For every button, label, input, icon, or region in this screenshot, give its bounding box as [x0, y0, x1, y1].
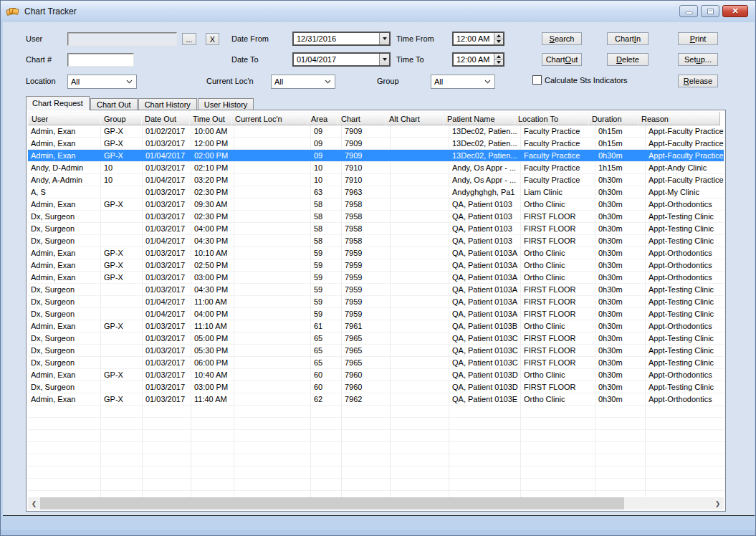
table-row[interactable]: Dx, Surgeon01/03/201705:30 PM657965QA, P…: [28, 345, 724, 357]
calc-sts-checkbox[interactable]: Calculate Sts Indicators: [532, 75, 628, 85]
cell: QA, Patient 0103A: [449, 296, 521, 307]
cell: Appt-Testing Clinic: [646, 357, 726, 368]
up-arrow-icon: [497, 34, 501, 37]
table-row[interactable]: Admin, ExanGP-X01/03/201712:00 PM0979091…: [28, 138, 724, 150]
tab-chart-out[interactable]: Chart Out: [90, 98, 138, 110]
user-browse-button[interactable]: ...: [182, 33, 196, 45]
table-row[interactable]: Admin, ExanGP-X01/03/201709:30 AM587958Q…: [28, 198, 724, 211]
location-combo[interactable]: All: [67, 75, 137, 89]
empty-column: [646, 406, 726, 497]
chart-out-button[interactable]: Chart Out: [542, 53, 582, 66]
delete-button[interactable]: Delete: [607, 53, 649, 66]
table-row[interactable]: Admin, ExanGP-X01/03/201710:40 AM607960Q…: [28, 369, 724, 381]
cell: [391, 235, 449, 247]
table-row[interactable]: Andy, A-Admin1001/04/201703:20 PM107910A…: [28, 174, 724, 186]
spinner-up-button[interactable]: [494, 33, 503, 39]
scrollbar-track[interactable]: [40, 497, 712, 509]
current-locn-combo[interactable]: All: [271, 75, 335, 89]
cell: [391, 186, 449, 198]
column-header-reason[interactable]: Reason: [638, 112, 720, 125]
scroll-left-button[interactable]: ❮: [28, 497, 40, 509]
cell: 04:30 PM: [191, 284, 234, 295]
spinner-down-button[interactable]: [494, 39, 503, 45]
scroll-right-button[interactable]: ❯: [712, 497, 724, 509]
chart-in-button[interactable]: Chart In: [607, 32, 649, 45]
tab-user-history[interactable]: User History: [198, 98, 254, 110]
cell: 63: [311, 186, 342, 198]
column-header-group[interactable]: Group: [100, 112, 142, 125]
checkbox-box[interactable]: [532, 75, 542, 85]
scrollbar-thumb[interactable]: [40, 497, 624, 509]
table-row[interactable]: Dx, Surgeon01/03/201706:00 PM657965QA, P…: [28, 357, 724, 369]
empty-column: [449, 406, 521, 497]
group-combo[interactable]: All: [431, 75, 495, 89]
table-row[interactable]: Dx, Surgeon01/03/201704:30 PM597959QA, P…: [28, 284, 724, 296]
column-header-user[interactable]: User: [28, 112, 101, 125]
date-to-value: 01/04/2017: [294, 55, 379, 64]
table-row[interactable]: Admin, ExanGP-X01/04/201702:00 PM0979091…: [28, 150, 724, 162]
column-header-patient-name[interactable]: Patient Name: [444, 112, 515, 125]
tab-chart-request[interactable]: Chart Request: [26, 96, 90, 110]
release-button[interactable]: Release: [678, 75, 718, 87]
time-to-spinner[interactable]: [494, 54, 503, 65]
close-button[interactable]: ✕: [722, 5, 748, 17]
column-header-alt-chart[interactable]: Alt Chart: [386, 112, 444, 125]
tab-chart-history[interactable]: Chart History: [138, 98, 197, 110]
table-row[interactable]: Admin, ExanGP-X01/02/201710:00 AM0979091…: [28, 125, 724, 138]
table-row[interactable]: Dx, Surgeon01/03/201704:00 PM587958QA, P…: [28, 223, 724, 235]
table-row[interactable]: Dx, Surgeon01/04/201704:00 PM597959QA, P…: [28, 308, 724, 320]
table-row[interactable]: Admin, ExanGP-X01/03/201710:10 AM597959Q…: [28, 247, 724, 259]
user-clear-button[interactable]: X: [206, 33, 219, 45]
table-row[interactable]: Dx, Surgeon01/04/201711:00 AM597959QA, P…: [28, 296, 724, 308]
cell: 01/03/2017: [143, 162, 191, 173]
table-row[interactable]: A, S01/03/201702:30 PM637963Andyghghgh, …: [28, 186, 724, 198]
cell: Admin, Exan: [28, 320, 101, 332]
cell: Dx, Surgeon: [28, 296, 101, 307]
setup-button[interactable]: Setup...: [678, 53, 718, 66]
date-to-picker[interactable]: 01/04/2017: [292, 52, 391, 67]
minimize-button[interactable]: [679, 5, 698, 17]
table-row[interactable]: Admin, ExanGP-X01/03/201711:40 AM627962Q…: [28, 393, 724, 406]
table-row[interactable]: Andy, D-Admin1001/03/201702:10 PM107910A…: [28, 162, 724, 174]
spinner-down-button[interactable]: [494, 60, 503, 66]
cell: [391, 369, 449, 381]
cell: [101, 296, 143, 307]
date-from-picker[interactable]: 12/31/2016: [292, 32, 391, 46]
date-from-dropdown-button[interactable]: [379, 33, 389, 44]
column-header-chart[interactable]: Chart: [338, 112, 386, 125]
column-header-date-out[interactable]: Date Out: [141, 112, 190, 125]
cell: 01/04/2017: [143, 308, 191, 320]
time-from-spinner[interactable]: [494, 33, 503, 44]
time-to-picker[interactable]: 12:00 AM: [452, 52, 504, 67]
search-button[interactable]: Search: [542, 32, 582, 45]
print-button[interactable]: Print: [678, 32, 718, 45]
time-from-picker[interactable]: 12:00 AM: [452, 32, 504, 46]
table-row[interactable]: Admin, ExanGP-X01/03/201711:10 AM617961Q…: [28, 320, 724, 332]
column-header-current-loc-n[interactable]: Current Loc'n: [231, 112, 308, 125]
maximize-button[interactable]: [701, 5, 719, 17]
column-header-area[interactable]: Area: [307, 112, 338, 125]
cell: [391, 150, 449, 161]
date-to-dropdown-button[interactable]: [379, 54, 389, 65]
table-row[interactable]: Admin, ExanGP-X01/03/201703:00 PM597959Q…: [28, 272, 724, 284]
spinner-up-button[interactable]: [494, 54, 503, 60]
table-row[interactable]: Dx, Surgeon01/03/201703:00 PM607960QA, P…: [28, 381, 724, 393]
horizontal-scrollbar[interactable]: ❮ ❯: [28, 497, 724, 509]
cell: Faculty Practice: [521, 174, 595, 186]
cell: Admin, Exan: [28, 393, 101, 405]
cell: 0h30m: [595, 247, 646, 259]
table-row[interactable]: Admin, ExanGP-X01/03/201702:50 PM597959Q…: [28, 259, 724, 272]
cell: 02:50 PM: [191, 259, 234, 271]
cell: [234, 186, 311, 198]
user-input[interactable]: [67, 32, 177, 46]
table-row[interactable]: Dx, Surgeon01/03/201705:00 PM657965QA, P…: [28, 332, 724, 345]
table-row[interactable]: Dx, Surgeon01/03/201702:30 PM587958QA, P…: [28, 211, 724, 223]
column-header-time-out[interactable]: Time Out: [189, 112, 232, 125]
cell: Admin, Exan: [28, 198, 101, 210]
table-row[interactable]: Dx, Surgeon01/04/201704:30 PM587958QA, P…: [28, 235, 724, 247]
date-to-label: Date To: [231, 55, 259, 65]
chart-number-input[interactable]: [67, 53, 134, 67]
column-header-location-to[interactable]: Location To: [515, 112, 589, 125]
column-header-duration[interactable]: Duration: [588, 112, 638, 125]
cell: QA, Patient 0103A: [449, 247, 521, 259]
